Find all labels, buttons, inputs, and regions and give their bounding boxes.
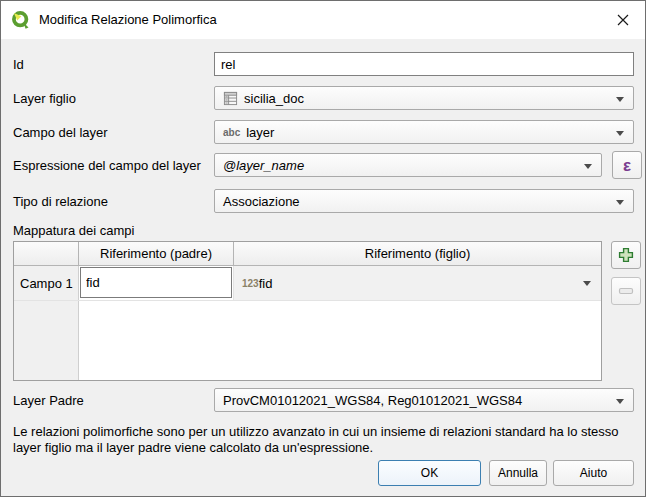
- espressione-combobox[interactable]: @layer_name: [214, 153, 602, 177]
- figlio-field-combobox[interactable]: 123 fid: [234, 266, 601, 300]
- tipo-relazione-value: Associazione: [223, 194, 300, 209]
- column-header-figlio[interactable]: Riferimento (figlio): [234, 242, 601, 265]
- cancel-button[interactable]: Annulla: [489, 460, 547, 486]
- titlebar: Modifica Relazione Polimorfica: [1, 1, 645, 39]
- table-row: Campo 1 123 fid: [14, 266, 601, 301]
- layer-padre-label: Layer Padre: [13, 393, 84, 408]
- layer-figlio-label: Layer figlio: [13, 91, 76, 106]
- table-layer-icon: [223, 91, 238, 106]
- qgis-logo-icon: [11, 10, 31, 30]
- integer-field-type-icon: 123: [242, 278, 259, 289]
- espressione-value: @layer_name: [223, 158, 304, 173]
- dropdown-arrow-icon: [616, 131, 624, 136]
- layer-figlio-combobox[interactable]: sicilia_doc: [214, 86, 634, 110]
- layer-padre-value: ProvCM01012021_WGS84, Reg01012021_WGS84: [223, 393, 522, 408]
- table-corner-cell: [14, 242, 79, 265]
- text-field-type-icon: abc: [223, 127, 240, 138]
- figlio-field-value: fid: [259, 276, 273, 291]
- column-header-padre[interactable]: Riferimento (padre): [79, 242, 234, 265]
- expression-builder-button[interactable]: ε: [612, 151, 642, 179]
- espressione-label: Espressione del campo del layer: [13, 158, 201, 173]
- row-header: Campo 1: [14, 266, 79, 300]
- help-text: Le relazioni polimorfiche sono per un ut…: [13, 424, 637, 456]
- campo-layer-combobox[interactable]: abc layer: [214, 120, 634, 144]
- campo-layer-value: layer: [246, 125, 274, 140]
- field-mapping-table-header: Riferimento (padre) Riferimento (figlio): [14, 242, 601, 266]
- dropdown-arrow-icon: [583, 281, 591, 286]
- plus-icon: [618, 247, 634, 263]
- close-icon: [617, 14, 629, 26]
- dropdown-arrow-icon: [584, 164, 592, 169]
- id-label: Id: [13, 57, 24, 72]
- padre-cell: [79, 266, 234, 300]
- dialog-modifica-relazione-polimorfica: Modifica Relazione Polimorfica Id Layer …: [0, 0, 646, 497]
- dropdown-arrow-icon: [616, 97, 624, 102]
- padre-field-input[interactable]: [80, 267, 232, 298]
- window-title: Modifica Relazione Polimorfica: [39, 12, 217, 27]
- dropdown-arrow-icon: [616, 200, 624, 205]
- minus-icon: [618, 283, 634, 299]
- id-input[interactable]: [214, 52, 634, 76]
- remove-field-button[interactable]: [611, 277, 641, 305]
- dropdown-arrow-icon: [616, 399, 624, 404]
- tipo-relazione-combobox[interactable]: Associazione: [214, 189, 634, 213]
- mappatura-label: Mappatura dei campi: [13, 223, 134, 238]
- field-mapping-table: Riferimento (padre) Riferimento (figlio)…: [13, 241, 602, 381]
- ok-button[interactable]: OK: [378, 460, 481, 486]
- layer-padre-combobox[interactable]: ProvCM01012021_WGS84, Reg01012021_WGS84: [214, 388, 634, 412]
- help-button[interactable]: Aiuto: [553, 460, 634, 486]
- close-button[interactable]: [609, 7, 637, 33]
- add-field-button[interactable]: [611, 241, 641, 269]
- layer-figlio-value: sicilia_doc: [244, 91, 304, 106]
- campo-layer-label: Campo del layer: [13, 125, 108, 140]
- epsilon-icon: ε: [623, 157, 631, 174]
- tipo-relazione-label: Tipo di relazione: [13, 194, 108, 209]
